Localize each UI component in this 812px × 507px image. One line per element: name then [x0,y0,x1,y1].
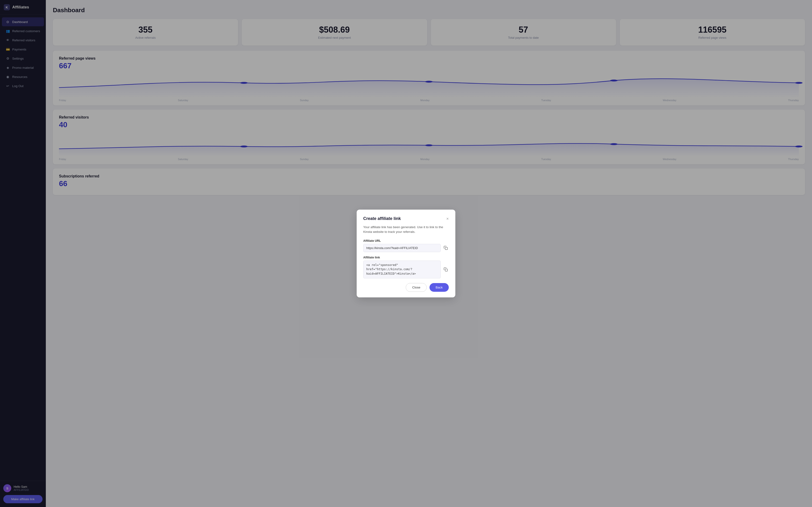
affiliate-link-textarea[interactable]: <a rel="sponsored" href="https://kinsta.… [363,261,441,278]
modal-description: Your affiliate link has been generated. … [363,225,449,234]
affiliate-link-section: Affiliate link <a rel="sponsored" href="… [363,256,449,278]
modal-overlay: Create affiliate link × Your affiliate l… [0,0,812,507]
copy-icon [444,246,448,250]
modal-close-button[interactable]: × [446,217,449,221]
copy-link-button[interactable] [443,266,449,273]
affiliate-url-row [363,244,449,252]
copy-link-icon [444,267,448,272]
copy-url-button[interactable] [443,245,449,251]
svg-rect-9 [445,269,448,271]
close-button[interactable]: Close [406,283,427,292]
modal-actions: Close Back [363,283,449,292]
affiliate-url-input[interactable] [363,244,441,252]
svg-rect-8 [445,247,448,250]
affiliate-link-label: Affiliate link [363,256,449,259]
affiliate-url-label: Affiliate URL [363,239,449,242]
modal-title: Create affiliate link [363,216,401,221]
affiliate-url-section: Affiliate URL [363,239,449,252]
modal-header: Create affiliate link × [363,216,449,221]
back-button[interactable]: Back [429,283,449,292]
create-affiliate-link-modal: Create affiliate link × Your affiliate l… [357,210,455,297]
affiliate-link-row: <a rel="sponsored" href="https://kinsta.… [363,261,449,278]
